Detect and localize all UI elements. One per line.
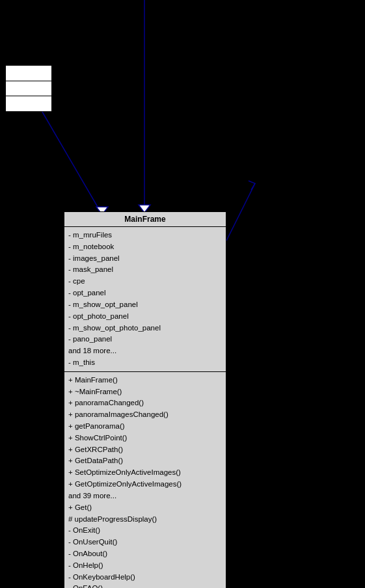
attr-m-show-opt-photo-panel: - m_show_opt_photo_panel xyxy=(68,323,222,334)
method-get: + Get() xyxy=(68,502,222,514)
method-get-optimize: + GetOptimizeOnlyActiveImages() xyxy=(68,479,222,490)
class-attributes-section: - m_mruFiles - m_notebook - images_panel… xyxy=(64,227,226,372)
method-on-user-quit: - OnUserQuit() xyxy=(68,537,222,548)
attr-opt-photo-panel: - opt_photo_panel xyxy=(68,311,222,323)
method-on-about: - OnAbout() xyxy=(68,548,222,560)
method-get-data-path: + GetDataPath() xyxy=(68,455,222,467)
main-class-box: MainFrame - m_mruFiles - m_notebook - im… xyxy=(64,211,226,588)
attr-images-panel: - images_panel xyxy=(68,253,222,265)
method-mainframe-ctor: + MainFrame() xyxy=(68,375,222,386)
small-box-methods-row xyxy=(6,96,51,111)
method-on-keyboard-help: - OnKeyboardHelp() xyxy=(68,572,222,583)
method-on-faq: - OnFAQ() xyxy=(68,583,222,588)
small-box-attributes-row xyxy=(6,81,51,97)
attr-opt-panel: - opt_panel xyxy=(68,287,222,299)
small-class-diagram-box xyxy=(5,65,52,112)
method-mainframe-dtor: + ~MainFrame() xyxy=(68,386,222,398)
svg-line-4 xyxy=(226,183,255,241)
attr-m-show-opt-panel: - m_show_opt_panel xyxy=(68,299,222,311)
method-panorama-images-changed: + panoramaImagesChanged() xyxy=(68,409,222,421)
class-methods-section: + MainFrame() + ~MainFrame() + panoramaC… xyxy=(64,372,226,588)
method-update-progress: # updateProgressDisplay() xyxy=(68,514,222,526)
method-on-help: - OnHelp() xyxy=(68,560,222,572)
attr-m-mrufiles: - m_mruFiles xyxy=(68,230,222,241)
method-get-xrc-path: + GetXRCPath() xyxy=(68,444,222,456)
class-name: MainFrame xyxy=(64,212,226,227)
method-panorama-changed: + panoramaChanged() xyxy=(68,397,222,409)
svg-line-0 xyxy=(42,112,102,215)
attr-mask-panel: - mask_panel xyxy=(68,264,222,276)
attr-and-more: and 18 more... xyxy=(68,345,222,357)
attr-cpe: - cpe xyxy=(68,276,222,287)
method-on-exit: - OnExit() xyxy=(68,525,222,537)
attr-pano-panel: - pano_panel xyxy=(68,334,222,345)
attr-m-notebook: - m_notebook xyxy=(68,241,222,253)
method-get-panorama: + getPanorama() xyxy=(68,421,222,433)
attr-m-this: - m_this xyxy=(68,357,222,369)
method-and-39-more: and 39 more... xyxy=(68,490,222,502)
small-box-header-row xyxy=(6,66,51,81)
method-set-optimize: + SetOptimizeOnlyActiveImages() xyxy=(68,467,222,479)
method-show-ctrl-point: + ShowCtrlPoint() xyxy=(68,433,222,444)
